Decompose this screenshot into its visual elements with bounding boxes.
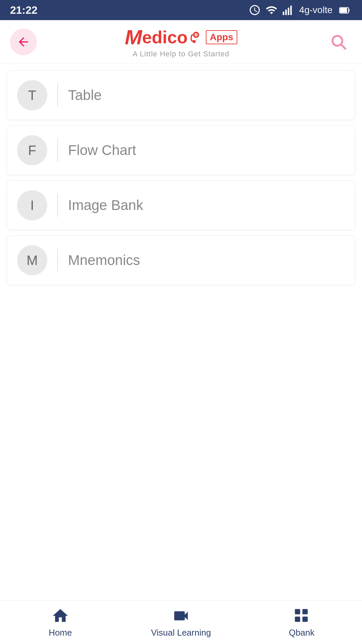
mnemonics-icon-circle: M	[17, 245, 47, 275]
svg-point-9	[195, 34, 197, 35]
nav-item-home[interactable]: Home	[0, 607, 121, 638]
nav-item-qbank[interactable]: Qbank	[241, 607, 362, 638]
flowchart-icon-letter: F	[28, 143, 36, 158]
flowchart-label: Flow Chart	[68, 142, 136, 158]
logo-apps: Apps	[206, 30, 237, 44]
bottom-navigation: Home Visual Learning Qbank	[0, 600, 362, 644]
visual-learning-nav-label: Visual Learning	[151, 628, 211, 638]
svg-rect-1	[285, 10, 287, 15]
status-icons: 4g-volte	[249, 4, 352, 16]
qbank-nav-label: Qbank	[289, 628, 315, 638]
imagebank-icon-circle: I	[17, 190, 47, 220]
search-button[interactable]	[325, 29, 352, 55]
signal-icon	[282, 4, 294, 16]
imagebank-icon-letter: I	[30, 198, 34, 213]
table-icon-letter: T	[28, 88, 36, 103]
menu-item-table[interactable]: T Table	[7, 70, 355, 120]
mnemonics-icon-letter: M	[26, 253, 38, 268]
menu-item-imagebank[interactable]: I Image Bank	[7, 180, 355, 230]
menu-divider-imagebank	[57, 194, 58, 217]
svg-point-10	[193, 40, 196, 43]
svg-rect-0	[283, 12, 285, 15]
volte-text: 4g-volte	[299, 5, 333, 15]
battery-icon	[337, 4, 352, 16]
home-nav-label: Home	[49, 628, 72, 638]
svg-rect-16	[302, 616, 308, 622]
back-button[interactable]	[10, 29, 37, 55]
search-icon	[329, 33, 348, 51]
imagebank-label: Image Bank	[68, 197, 143, 213]
grid-icon	[293, 607, 311, 625]
svg-rect-3	[290, 6, 292, 15]
flowchart-icon-circle: F	[17, 135, 47, 165]
menu-divider-mnemonics	[57, 249, 58, 272]
logo: M edico Apps A Little Help to Get Starte…	[125, 25, 237, 58]
menu-divider-flowchart	[57, 139, 58, 162]
svg-rect-2	[288, 8, 290, 15]
menu-divider-table	[57, 84, 58, 107]
home-icon	[51, 607, 69, 625]
status-time: 21:22	[10, 4, 38, 16]
wifi-icon	[265, 4, 278, 16]
logo-edico: edico	[142, 27, 188, 47]
status-bar: 21:22 4g-volte	[0, 0, 362, 20]
svg-rect-15	[295, 616, 300, 622]
menu-item-mnemonics[interactable]: M Mnemonics	[7, 235, 355, 285]
mnemonics-label: Mnemonics	[68, 252, 140, 268]
svg-rect-5	[349, 9, 350, 12]
menu-list: T Table F Flow Chart I Image Bank M Mnem…	[0, 64, 362, 297]
nav-item-visual-learning[interactable]: Visual Learning	[121, 607, 241, 638]
video-icon	[171, 607, 191, 625]
header: M edico Apps A Little Help to Get Starte…	[0, 20, 362, 64]
svg-rect-6	[340, 8, 347, 13]
svg-rect-14	[302, 609, 308, 614]
menu-item-flowchart[interactable]: F Flow Chart	[7, 125, 355, 175]
logo-subtitle: A Little Help to Get Started	[133, 50, 229, 58]
logo-brand: M edico Apps	[125, 25, 237, 49]
stethoscope-icon	[189, 30, 203, 45]
alarm-icon	[249, 4, 261, 16]
logo-m: M	[125, 25, 142, 49]
table-icon-circle: T	[17, 80, 47, 110]
back-arrow-icon	[16, 35, 31, 49]
table-label: Table	[68, 87, 102, 103]
svg-line-12	[341, 44, 345, 48]
svg-rect-13	[295, 609, 300, 614]
